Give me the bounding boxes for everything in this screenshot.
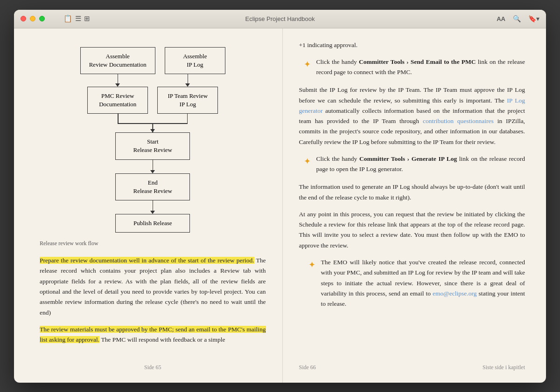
converge-arrows (83, 114, 223, 132)
box-start-release-review: StartRelease Review (115, 132, 190, 159)
bookmark-icon[interactable]: 🔖▾ (528, 15, 539, 22)
right-footer: Side 66 Siste side i kapitlet (299, 316, 525, 371)
contribution-questionnaires-link[interactable]: contribution questionnaires (423, 117, 494, 124)
star-note-2: ✦ Click the handy Committer Tools › Gene… (299, 154, 525, 175)
paragraph2-rest: The PMC will respond with feedback or a … (101, 336, 225, 343)
converge-arrow (150, 129, 155, 132)
titlebar-icons: AA 🔍 🔖▾ (497, 15, 539, 22)
star-note-1-text: Click the handy Committer Tools › Send E… (316, 57, 525, 78)
indented-star-note: ✦ The EMO will likely notice that you've… (308, 257, 525, 309)
font-size-icon[interactable]: AA (497, 15, 505, 22)
traffic-lights (21, 16, 45, 21)
grid-icon[interactable]: ⊞ (84, 14, 90, 23)
left-paragraph-1: Prepare the review documentation well in… (40, 255, 266, 318)
highlight-1: Prepare the review documentation well in… (40, 257, 254, 264)
converge-left-line (118, 114, 119, 123)
box-publish-release: Publish Release (115, 214, 190, 233)
flowchart: AssembleReview Documentation AssembleIP … (40, 42, 266, 233)
last-page-label: Siste side i kapitlet (483, 364, 525, 371)
left-paragraph-2: The review materials must be approved by… (40, 324, 266, 345)
star-icon-1: ✦ (304, 58, 311, 78)
left-branch: AssembleReview Documentation (80, 47, 155, 74)
right-paragraph-3: The information used to generate an IP L… (299, 182, 525, 203)
titlebar: 📋 ☰ ⊞ Eclipse Project Handbook AA 🔍 🔖▾ (14, 10, 546, 28)
maximize-button[interactable] (39, 16, 45, 21)
right-intro: +1 indicating approval. (299, 40, 525, 50)
toolbar-left: 📋 ☰ ⊞ (63, 14, 90, 23)
left-footer: Side 65 (40, 351, 266, 371)
app-window: 📋 ☰ ⊞ Eclipse Project Handbook AA 🔍 🔖▾ A… (14, 10, 546, 383)
page-left: AssembleReview Documentation AssembleIP … (14, 28, 283, 383)
flowchart-caption: Release review work flow (40, 240, 266, 247)
right-paragraph-4: At any point in this process, you can re… (299, 209, 525, 251)
star-note-2-text: Click the handy Committer Tools › Genera… (316, 154, 525, 175)
bold-committer-tools-1: Committer Tools › Send Email to the PMC (359, 58, 476, 65)
right-branch: AssembleIP Log (165, 47, 225, 74)
box-assemble-ip: AssembleIP Log (165, 47, 225, 74)
indented-note-text: The EMO will likely notice that you've c… (321, 257, 525, 309)
right-paragraph-2: Submit the IP Log for review by the IP T… (299, 85, 525, 147)
top-boxes-row: AssembleReview Documentation AssembleIP … (80, 47, 225, 74)
star-note-1: ✦ Click the handy Committer Tools › Send… (299, 57, 525, 78)
bold-committer-tools-2: Committer Tools › Generate IP Log (359, 155, 457, 162)
left-page-number: Side 65 (40, 359, 266, 371)
window-title: Eclipse Project Handbook (245, 15, 315, 22)
right-body-text: +1 indicating approval. ✦ Click the hand… (299, 40, 525, 317)
ip-log-generator-link[interactable]: IP Log generator (299, 97, 525, 114)
menu-icon[interactable]: ☰ (75, 14, 81, 23)
box-pmc-review: PMC ReviewDocumentation (87, 87, 148, 114)
star-icon-3: ✦ (308, 258, 315, 309)
converge-right-line (187, 114, 188, 123)
right-page-num: Side 66 (299, 364, 316, 371)
content-area: AssembleReview Documentation AssembleIP … (14, 28, 546, 383)
search-icon[interactable]: 🔍 (513, 15, 521, 22)
second-boxes-row: PMC ReviewDocumentation IP Team ReviewIP… (87, 87, 218, 114)
box-end-release-review: EndRelease Review (115, 173, 190, 200)
box-ip-team-review: IP Team ReviewIP Log (157, 87, 218, 114)
emo-email-link[interactable]: emo@eclipse.org (433, 290, 476, 297)
paragraph1-rest: The release record which contains your p… (40, 257, 266, 316)
left-body-text: Prepare the review documentation well in… (40, 255, 266, 351)
minimize-button[interactable] (30, 16, 35, 21)
page-right: +1 indicating approval. ✦ Click the hand… (283, 28, 546, 383)
box-assemble-review: AssembleReview Documentation (80, 47, 155, 74)
close-button[interactable] (21, 16, 26, 21)
right-page-numbers: Side 66 Siste side i kapitlet (299, 359, 525, 371)
star-icon-2: ✦ (304, 155, 311, 175)
list-icon[interactable]: 📋 (63, 14, 72, 23)
